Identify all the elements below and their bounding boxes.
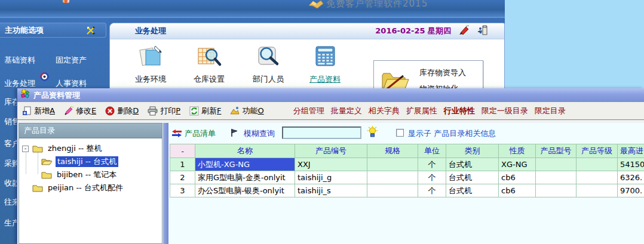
dialog-body: 产品目录 - zhengji -- 整机 taishiji -- 台式机: [17, 122, 644, 244]
col-header-code[interactable]: 产品编号: [295, 144, 367, 158]
print-button[interactable]: 打印P: [148, 106, 180, 116]
date-label: 2016-02-25 星期四: [375, 26, 451, 36]
sidebar-header: 主功能选项: [0, 23, 106, 38]
print-icon: [148, 106, 158, 116]
menu-limit-top-dir[interactable]: 限定一级目录: [482, 106, 528, 116]
function-icon: [230, 106, 240, 116]
col-header-name[interactable]: 名称: [195, 144, 295, 158]
edit-button[interactable]: 修改E: [64, 106, 96, 116]
add-button[interactable]: 新增A: [22, 106, 55, 116]
folder-icon: [41, 171, 52, 179]
menu-industry-features[interactable]: 行业特性: [444, 106, 475, 116]
tree-header: 产品目录: [19, 123, 162, 138]
submenu-item-inventory-import[interactable]: 库存物资导入: [419, 67, 466, 78]
folder-open-icon: [41, 157, 53, 166]
cell-name: 家用G型电脑-金奥-onlyit: [195, 171, 295, 184]
col-header-nature[interactable]: 性质: [499, 144, 536, 158]
sidebar-item-basic-data[interactable]: 基础资料: [4, 55, 35, 66]
refresh-button[interactable]: 刷新F: [189, 106, 221, 116]
grid-magnifier-icon: [195, 44, 223, 71]
panel-title: 业务处理: [135, 26, 166, 36]
search-input[interactable]: [282, 126, 361, 139]
business-panel-header: 业务处理 2016-02-25 星期四: [110, 23, 504, 39]
col-header-unit[interactable]: 单位: [418, 144, 446, 158]
product-data-dialog: 产品资料管理 新增A 修改E: [17, 88, 644, 244]
lamp-filter-icon[interactable]: [367, 126, 378, 140]
tree-node-bijiben[interactable]: bijiben -- 笔记本: [41, 169, 118, 181]
notes-pen-icon: [137, 44, 164, 71]
menu-extended-attrs[interactable]: 扩展属性: [406, 106, 437, 116]
product-table: - 名称 产品编号 规格 单位 类别 性质 产品型号 产品等级 最高进: [170, 144, 644, 197]
app-titlebar: 免费客户管理软件2015: [0, 0, 505, 18]
titlebar-fragment-icon: [63, 0, 69, 3]
table-row[interactable]: 1 小型机-XG-NG XXJ 个 台式机 XG-NG 54150.: [170, 158, 644, 171]
cell-name: 办公S型电脑-银奥-onlyit: [195, 184, 295, 197]
shortcut-business-env[interactable]: 业务环境: [123, 44, 178, 85]
dialog-diamonds-icon: [21, 89, 30, 101]
dialog-toolbar: 新增A 修改E 删除D: [17, 102, 644, 121]
shortcut-product-data[interactable]: 产品资料: [298, 44, 352, 85]
sidebar-item-hr[interactable]: 人事资料: [56, 78, 87, 89]
add-icon: [22, 106, 32, 116]
sidebar-item-business[interactable]: 业务处理: [4, 78, 35, 89]
pushpin-bow-icon[interactable]: [85, 25, 96, 40]
col-header-grade[interactable]: 产品等级: [576, 144, 618, 158]
show-subdirectory-label[interactable]: 显示子 产品目录相关信息: [408, 128, 496, 139]
function-button[interactable]: 功能O: [230, 106, 263, 116]
collapse-expander-icon[interactable]: -: [22, 146, 29, 152]
skin-pen-icon[interactable]: [458, 25, 470, 37]
dialog-titlebar[interactable]: 产品资料管理: [17, 88, 644, 102]
delete-button[interactable]: 删除D: [105, 106, 139, 116]
shortcut-label: 产品资料: [298, 74, 352, 85]
show-subdirectory-checkbox[interactable]: [396, 129, 404, 137]
sidebar-item-fixed-assets[interactable]: 固定资产: [56, 55, 87, 66]
exit-door-icon[interactable]: [477, 25, 487, 38]
col-header-spec[interactable]: 规格: [367, 144, 418, 158]
table-row[interactable]: 2 家用G型电脑-金奥-onlyit taishiji_g 个 台式机 cb6 …: [170, 171, 644, 184]
tree-node-zhengji[interactable]: - zhengji -- 整机: [22, 143, 103, 155]
cell-name: 小型机-XG-NG: [195, 158, 295, 171]
panel-splitter[interactable]: [163, 123, 168, 244]
col-header-max-price[interactable]: 最高进: [618, 144, 644, 158]
fuzzy-search-label[interactable]: 模糊查询: [244, 128, 275, 139]
refresh-icon: [189, 106, 199, 116]
product-list-area: 产品清单 模糊查询 显示子 产品目录相关信: [168, 123, 644, 244]
folder-icon: [32, 184, 43, 192]
edit-icon: [64, 106, 73, 116]
menu-related-dict[interactable]: 相关字典: [369, 106, 400, 116]
menu-group-manage[interactable]: 分组管理: [293, 106, 324, 116]
col-header-category[interactable]: 类别: [446, 144, 499, 158]
cursor-ring-icon: [39, 72, 50, 84]
tree-node-peijian[interactable]: peijian -- 台式机配件: [32, 182, 125, 194]
product-directory-panel: 产品目录 - zhengji -- 整机 taishiji -- 台式机: [19, 123, 162, 244]
menu-batch-define[interactable]: 批量定义: [331, 106, 362, 116]
col-header-index[interactable]: -: [170, 144, 195, 158]
shortcut-label: 业务环境: [123, 74, 178, 85]
shortcut-department-staff[interactable]: 部门人员: [241, 44, 296, 85]
menu-limit-dir[interactable]: 限定目录: [535, 106, 566, 116]
tree-node-taishiji[interactable]: taishiji -- 台式机: [41, 156, 118, 168]
app-title: 免费客户管理软件2015: [326, 0, 428, 10]
table-header-row: - 名称 产品编号 规格 单位 类别 性质 产品型号 产品等级 最高进: [170, 144, 644, 158]
dialog-title: 产品资料管理: [33, 90, 80, 101]
delete-icon: [105, 106, 115, 116]
shortcut-label: 部门人员: [241, 74, 296, 85]
shortcut-label: 仓库设置: [182, 74, 237, 85]
fuzzy-search-icon: [231, 128, 238, 139]
swap-arrows-icon[interactable]: [171, 129, 182, 139]
sidebar-header-label: 主功能选项: [5, 26, 44, 35]
product-list-label[interactable]: 产品清单: [185, 128, 216, 139]
folder-icon: [32, 144, 43, 153]
table-row[interactable]: 3 办公S型电脑-银奥-onlyit taishiji_s 个 台式机 cb6 …: [170, 184, 644, 197]
magnifier-icon: [254, 44, 282, 71]
shortcut-warehouse-setup[interactable]: 仓库设置: [182, 44, 237, 85]
calculator-icon: [311, 44, 339, 71]
handshake-icon: [307, 0, 325, 14]
col-header-model[interactable]: 产品型号: [536, 144, 576, 158]
desktop: 免费客户管理软件2015 主功能选项 基础资料: [0, 0, 644, 244]
